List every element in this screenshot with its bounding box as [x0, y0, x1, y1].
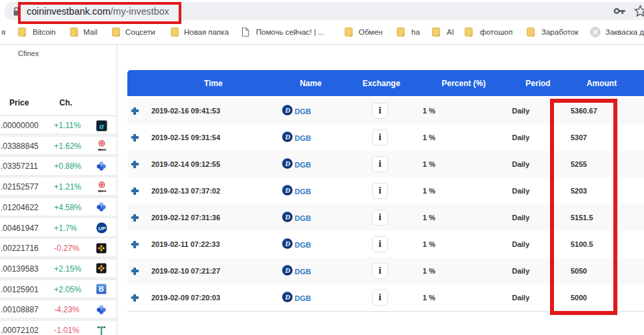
svg-text:D: D: [285, 133, 291, 141]
svg-text:UP: UP: [98, 226, 106, 232]
svg-text:D: D: [285, 294, 291, 301]
svg-text:D: D: [285, 160, 291, 168]
svg-text:D: D: [285, 107, 291, 114]
svg-text:B: B: [99, 285, 104, 293]
svg-text:D: D: [285, 267, 291, 274]
svg-text:α: α: [99, 121, 105, 129]
svg-text:D: D: [285, 187, 291, 194]
svg-text:D: D: [285, 214, 291, 221]
svg-text:D: D: [285, 240, 291, 248]
